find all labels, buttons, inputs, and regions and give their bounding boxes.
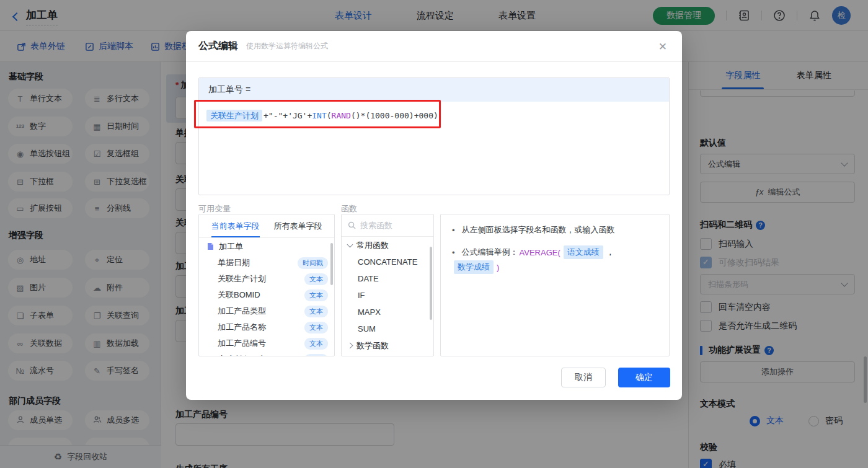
function-list: CONCATENATE DATE IF MAPX SUM: [342, 254, 433, 337]
caret-expanded-icon: [347, 241, 353, 247]
modal-subtitle: 使用数学运算符编辑公式: [246, 41, 328, 51]
close-icon[interactable]: ✕: [658, 40, 667, 53]
example-function-name: AVERAGE(: [520, 248, 560, 257]
type-badge: 文本: [304, 354, 328, 357]
cancel-button[interactable]: 取消: [561, 368, 606, 387]
function-group-common[interactable]: 常用函数: [342, 237, 433, 254]
variable-item[interactable]: 关联生产计划 文本: [199, 271, 334, 287]
variable-item[interactable]: 生成所有工序 文本: [199, 351, 334, 356]
variables-root-node[interactable]: 加工单: [199, 238, 334, 255]
formula-edit-modal: 公式编辑 使用数学运算符编辑公式 ✕ 加工单号 = 关联生产计划+"-"+'JG…: [186, 31, 682, 400]
example-chip: 数学成绩: [454, 260, 494, 274]
formula-target-label: 加工单号 =: [199, 78, 669, 102]
confirm-button[interactable]: 确定: [618, 368, 670, 387]
tab-current-form-fields[interactable]: 当前表单字段: [211, 214, 260, 237]
example-chip: 语文成绩: [564, 245, 603, 259]
type-badge: 文本: [304, 289, 328, 301]
form-designer-app: 加工单 表单设计 流程设定 表单设置 数据管理 检 表: [0, 0, 868, 468]
function-item[interactable]: DATE: [342, 270, 433, 287]
formula-expression[interactable]: 关联生产计划+"-"+'JG'+INT(RAND()*(1000-000)+00…: [199, 102, 669, 130]
function-group-math[interactable]: 数学函数: [342, 337, 433, 354]
variable-item[interactable]: 单据日期 时间戳: [199, 255, 334, 271]
variable-chip[interactable]: 关联生产计划: [206, 110, 262, 121]
variables-list: 单据日期 时间戳 关联生产计划 文本 关联BOMID 文本 加工产品类: [199, 255, 334, 356]
type-badge: 文本: [304, 322, 328, 333]
function-search: [342, 214, 433, 237]
formula-editor[interactable]: 加工单号 = 关联生产计划+"-"+'JG'+INT(RAND()*(1000-…: [198, 77, 670, 195]
function-item[interactable]: CONCATENATE: [342, 254, 433, 270]
functions-panel: 常用函数 CONCATENATE DATE IF MAPX SUM 数学函数: [341, 214, 434, 356]
type-badge: 时间戳: [298, 257, 328, 269]
function-group-text[interactable]: 文本函数: [342, 354, 433, 356]
tip-line-2: • 公式编辑举例： AVERAGE( 语文成绩 ， 数学成绩 ): [452, 245, 658, 274]
functions-label: 函数: [341, 203, 357, 214]
function-item[interactable]: IF: [342, 287, 433, 304]
function-item[interactable]: SUM: [342, 320, 433, 337]
scrollbar-thumb[interactable]: [330, 243, 333, 285]
type-badge: 文本: [304, 273, 328, 285]
variables-tabs: 当前表单字段 所有表单字段: [199, 214, 334, 238]
tips-panel: • 从左侧面板选择字段名和函数，或输入函数 • 公式编辑举例： AVERAGE(…: [440, 214, 670, 356]
variable-item[interactable]: 关联BOMID 文本: [199, 287, 334, 303]
modal-header: 公式编辑 使用数学运算符编辑公式: [186, 31, 682, 62]
caret-collapsed-icon: [347, 343, 353, 349]
variable-item[interactable]: 加工产品编号 文本: [199, 335, 334, 351]
document-icon: [206, 242, 215, 250]
variables-label: 可用变量: [198, 203, 231, 214]
type-badge: 文本: [304, 338, 328, 350]
tip-line-1: • 从左侧面板选择字段名和函数，或输入函数: [452, 224, 658, 236]
modal-title: 公式编辑: [198, 40, 238, 53]
variable-item[interactable]: 加工产品类型 文本: [199, 303, 334, 319]
search-input[interactable]: [360, 221, 422, 230]
function-item[interactable]: MAPX: [342, 304, 433, 320]
scrollbar-thumb[interactable]: [430, 247, 432, 320]
search-icon: [348, 221, 356, 229]
variables-panel: 当前表单字段 所有表单字段 加工单 单据日期 时间戳 关联生产计划 文本: [198, 214, 335, 356]
type-badge: 文本: [304, 306, 328, 317]
tab-all-form-fields[interactable]: 所有表单字段: [274, 214, 322, 237]
variable-item[interactable]: 加工产品名称 文本: [199, 319, 334, 335]
